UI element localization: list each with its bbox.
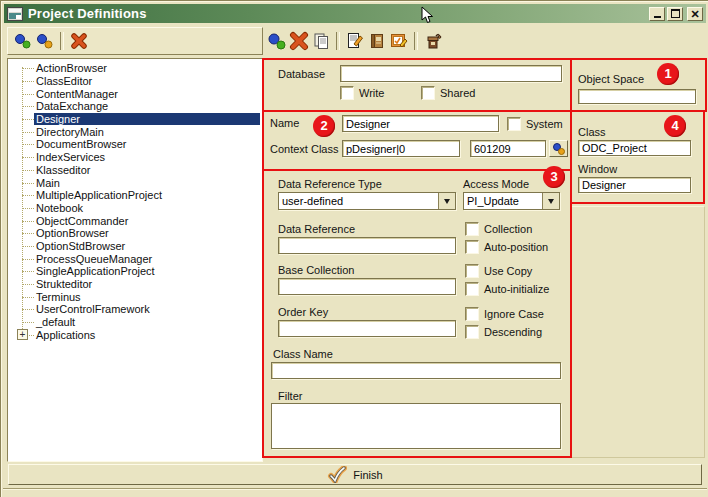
tree-item-Klasseditor[interactable]: Klasseditor [8,164,260,177]
finish-button[interactable]: Finish [8,464,702,485]
tree-item-Designer[interactable]: Designer [8,113,260,126]
tree-item-OptionStdBrowser[interactable]: OptionStdBrowser [8,240,260,253]
base-collection-input[interactable] [278,278,456,295]
context-class-input[interactable] [342,140,460,157]
minimize-button[interactable] [649,7,665,21]
chevron-down-icon[interactable] [438,193,455,209]
access-mode-select[interactable]: PI_Update [463,192,560,210]
tree-item-label: OptionBrowser [34,227,111,239]
close-button[interactable]: ✕ [687,7,703,21]
tree-item-Strukteditor[interactable]: Strukteditor [8,278,260,291]
filter-textarea[interactable] [271,403,561,449]
tree-item-label: _default [34,316,77,328]
new-object-icon[interactable] [266,30,288,52]
tree-item-label: ClassEditor [34,75,94,87]
toolbar-separator [336,32,340,50]
tree-item-DirectoryMain[interactable]: DirectoryMain [8,125,260,138]
use-copy-checkbox-group: Use Copy [465,264,532,278]
tree-item-ProcessQueueManager[interactable]: ProcessQueueManager [8,252,260,265]
collection-checkbox-label: Collection [484,223,532,235]
expand-plus-icon[interactable]: + [17,329,28,340]
edit-properties-icon[interactable] [344,30,366,52]
object-space-label: Object Space [578,73,644,85]
assign-object-icon[interactable] [34,30,56,52]
descending-checkbox[interactable] [465,325,479,339]
ignore-case-checkbox-label: Ignore Case [484,308,544,320]
use-copy-checkbox[interactable] [465,264,479,278]
preview-edit-icon[interactable] [388,30,410,52]
shared-checkbox[interactable] [421,86,435,100]
assign-object-icon [552,142,566,156]
database-input[interactable] [340,65,562,82]
auto-position-checkbox[interactable] [465,240,479,254]
tree-item-label: Applications [34,329,97,341]
tree-item-MultipleApplicationProject[interactable]: MultipleApplicationProject [8,189,260,202]
shared-checkbox-label: Shared [440,87,475,99]
window-input[interactable] [578,177,691,193]
tree-item-Main[interactable]: Main [8,176,260,189]
tree-toolbar [7,27,263,55]
checkmark-icon [327,466,347,483]
tree-item-label: DirectoryMain [34,126,106,138]
context-class-label: Context Class [270,143,338,155]
tree-item-Applications[interactable]: +Applications [8,328,260,341]
auto-initialize-checkbox[interactable] [465,282,479,296]
data-reference-label: Data Reference [278,223,355,235]
data-reference-type-select[interactable]: user-defined [278,192,456,210]
tree-item-UserControlFramework[interactable]: UserControlFramework [8,303,260,316]
title-bar[interactable]: Project Definitions ✕ [4,4,706,23]
tree-item-_default[interactable]: _default [8,316,260,329]
chevron-down-icon[interactable] [542,193,559,209]
delete-icon[interactable] [68,30,90,52]
tree-item-ObjectCommander[interactable]: ObjectCommander [8,214,260,227]
tree-item-IndexServices[interactable]: IndexServices [8,151,260,164]
auto-initialize-checkbox-group: Auto-initialize [465,282,549,296]
tree-item-ContentManager[interactable]: ContentManager [8,87,260,100]
tree-item-label: ObjectCommander [34,215,130,227]
toolbar-separator [414,32,418,50]
class-name-input[interactable] [271,362,561,379]
close-icon: ✕ [690,9,699,19]
window-title: Project Definitions [28,6,147,21]
order-key-input[interactable] [278,320,456,337]
annotation-badge-4: 4 [664,115,686,137]
catalog-icon[interactable] [366,30,388,52]
finish-button-label: Finish [353,469,382,481]
form-toolbar [266,27,703,55]
system-checkbox-label: System [526,118,563,130]
tree-item-Notebook[interactable]: Notebook [8,202,260,215]
copy-icon[interactable] [310,30,332,52]
data-reference-input[interactable] [278,237,456,254]
object-space-input[interactable] [578,89,696,104]
tree-item-label: Terminus [34,291,83,303]
tree-item-label: Notebook [34,202,85,214]
new-object-icon[interactable] [12,30,34,52]
tree-item-ActionBrowser[interactable]: ActionBrowser [8,62,260,75]
tree-item-label: Klasseditor [34,164,92,176]
window-bottom-groove [3,488,707,490]
delete-icon[interactable] [288,30,310,52]
class-name-label: Class Name [273,348,333,360]
write-checkbox[interactable] [340,86,354,100]
context-class-id-input[interactable] [470,140,546,157]
class-input[interactable] [578,140,691,156]
annotation-badge-1: 1 [657,63,679,85]
toolbar-separator [60,32,64,50]
tree-item-SingleApplicationProject[interactable]: SingleApplicationProject [8,265,260,278]
tree-item-OptionBrowser[interactable]: OptionBrowser [8,227,260,240]
tree-item-DataExchange[interactable]: DataExchange [8,100,260,113]
access-mode-value: PI_Update [464,193,542,209]
use-copy-checkbox-label: Use Copy [484,265,532,277]
project-tree[interactable]: ActionBrowserClassEditorContentManagerDa… [7,58,263,462]
compile-icon[interactable] [422,30,444,52]
tree-item-Terminus[interactable]: Terminus [8,290,260,303]
ignore-case-checkbox[interactable] [465,307,479,321]
maximize-button[interactable] [667,7,683,21]
collection-checkbox[interactable] [465,222,479,236]
name-input[interactable] [342,115,499,132]
tree-item-DocumentBrowser[interactable]: DocumentBrowser [8,138,260,151]
system-checkbox[interactable] [507,117,521,131]
right-spacer-panel [570,206,705,458]
tree-item-ClassEditor[interactable]: ClassEditor [8,75,260,88]
context-class-picker-button[interactable] [549,140,568,157]
